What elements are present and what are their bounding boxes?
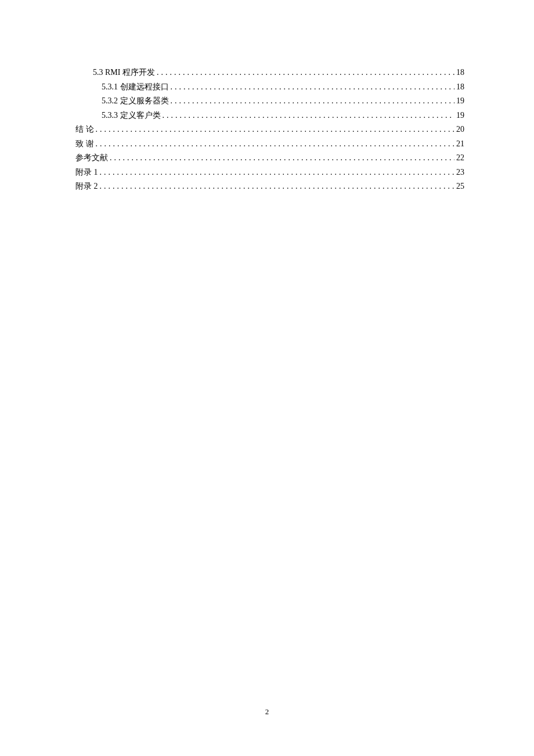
toc-entry: 5.3.3 定义客户类 19 [75,109,464,123]
toc-leader-dots [94,137,457,152]
toc-leader-dots [108,151,456,165]
toc-label: 5.3.2 定义服务器类 [102,94,169,109]
toc-label: 致 谢 [75,137,94,152]
toc-entry: 结 论 20 [75,123,464,137]
toc-page-number: 18 [456,66,464,80]
toc-label: 参考文献 [75,151,108,165]
toc-page-number: 23 [456,165,464,180]
toc-entry: 附录 2 25 [75,179,464,194]
toc-leader-dots [155,66,456,80]
page-footer-number: 2 [0,707,534,717]
toc-label: 5.3 RMI 程序开发 [93,66,155,80]
toc-entry: 5.3.1 创建远程接口 18 [75,80,464,95]
toc-entry: 5.3 RMI 程序开发 18 [75,66,464,80]
toc-page-number: 19 [456,94,464,109]
toc-page-number: 22 [456,151,464,165]
toc-entry: 附录 1 23 [75,165,464,180]
toc-leader-dots [98,179,457,194]
toc-page-number: 21 [456,137,464,152]
toc-entry: 致 谢 21 [75,137,464,152]
toc-label: 5.3.1 创建远程接口 [102,80,169,95]
toc-label: 5.3.3 定义客户类 [102,109,161,123]
toc-page-number: 19 [456,109,464,123]
toc-entry: 5.3.2 定义服务器类 19 [75,94,464,109]
toc-leader-dots [169,80,457,95]
toc-entry: 参考文献 22 [75,151,464,165]
toc-label: 结 论 [75,123,94,137]
toc-label: 附录 2 [75,179,98,194]
toc-leader-dots [161,109,457,123]
toc-leader-dots [98,165,457,180]
toc-container: 5.3 RMI 程序开发 18 5.3.1 创建远程接口 18 5.3.2 定义… [0,0,534,194]
toc-page-number: 18 [456,80,464,95]
toc-leader-dots [94,123,457,137]
toc-leader-dots [169,94,457,109]
toc-page-number: 20 [456,123,464,137]
toc-label: 附录 1 [75,165,98,180]
toc-page-number: 25 [456,179,464,194]
